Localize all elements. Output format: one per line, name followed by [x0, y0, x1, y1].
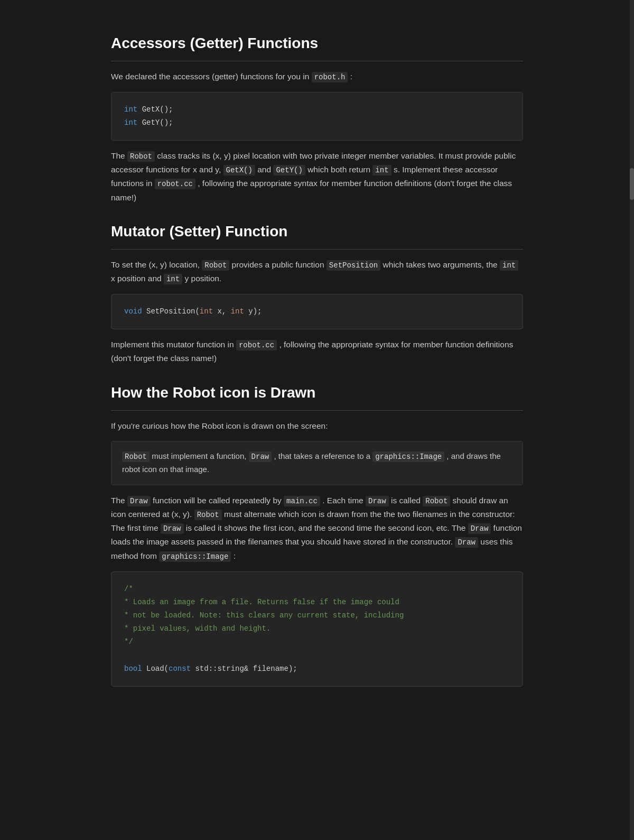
code-int-y: int — [164, 274, 182, 284]
code-int-ref: int — [372, 165, 391, 176]
code-robot-h: robot.h — [312, 72, 348, 82]
comment-text4: * pixel values, width and height. — [124, 624, 271, 633]
para-draw-desc: The Draw function will be called repeate… — [111, 494, 523, 562]
code-line: int GetX(); — [124, 103, 510, 116]
code-draw-ref3: Draw — [161, 523, 184, 534]
code-gety: GetY(); — [142, 118, 173, 127]
code-line: int GetY(); — [124, 116, 510, 130]
code-load-param: std::string& filename); — [191, 664, 297, 673]
code-robot-infobox: Robot — [122, 451, 150, 462]
code-load-fn: Load( — [146, 664, 169, 673]
para-accessor-desc: The Robot class tracks its (x, y) pixel … — [111, 149, 523, 204]
heading-accessors: Accessors (Getter) Functions — [111, 32, 523, 61]
code-robot-draw: Robot — [423, 496, 450, 506]
code-line-comment3: * not be loaded. Note: this clears any c… — [124, 609, 510, 622]
keyword-int-param1: int — [200, 307, 213, 316]
code-draw-ref1: Draw — [127, 496, 151, 506]
section-draw: How the Robot icon is Drawn If you're cu… — [111, 381, 523, 687]
keyword-int-param2: int — [231, 307, 244, 316]
code-getx: GetX(); — [142, 105, 173, 114]
code-int-x: int — [500, 260, 518, 271]
code-maincc: main.cc — [284, 496, 320, 506]
code-block-load: /* * Loads an image from a file. Returns… — [111, 571, 523, 687]
code-draw-ref2: Draw — [366, 496, 389, 506]
main-content: Accessors (Getter) Functions We declared… — [79, 0, 555, 727]
code-line-setpos: void SetPosition(int x, int y); — [124, 305, 510, 318]
code-block-getters: int GetX(); int GetY(); — [111, 92, 523, 141]
scrollbar-track[interactable] — [630, 0, 634, 840]
code-block-setposition: void SetPosition(int x, int y); — [111, 294, 523, 329]
para-mutator-intro: To set the (x, y) location, Robot provid… — [111, 258, 523, 285]
code-robot-class: Robot — [127, 151, 155, 162]
section-mutator: Mutator (Setter) Function To set the (x,… — [111, 220, 523, 365]
keyword-bool: bool — [124, 664, 142, 673]
keyword-int2: int — [124, 118, 137, 127]
keyword-const: const — [169, 664, 191, 673]
comment-text2: * Loads an image from a file. Returns fa… — [124, 598, 399, 606]
code-line-load: bool Load(const std::string& filename); — [124, 662, 510, 676]
section-accessors: Accessors (Getter) Functions We declared… — [111, 32, 523, 204]
code-y-param: y); — [244, 307, 262, 316]
keyword-int: int — [124, 105, 137, 114]
code-draw-ref5: Draw — [455, 537, 478, 548]
para-draw-intro: If you're curious how the Robot icon is … — [111, 419, 523, 433]
comment-text3: * not be loaded. Note: this clears any c… — [124, 611, 404, 620]
code-line-blank — [124, 649, 510, 662]
code-line-comment4: * pixel values, width and height. — [124, 622, 510, 635]
info-box-draw: Robot must implement a function, Draw , … — [111, 441, 523, 485]
code-robotcc-mutator: robot.cc — [236, 340, 277, 350]
code-robot-alt: Robot — [194, 510, 222, 520]
heading-mutator: Mutator (Setter) Function — [111, 220, 523, 250]
code-setposition: SetPosition — [327, 260, 380, 271]
code-draw-fn: Draw — [249, 451, 272, 462]
comment-text5: */ — [124, 638, 133, 646]
code-getx-ref: GetX() — [223, 165, 255, 176]
code-line-comment5: */ — [124, 635, 510, 649]
code-line-comment1: /* — [124, 583, 510, 596]
comment-text1: /* — [124, 585, 133, 593]
code-draw-ref4: Draw — [468, 523, 491, 534]
para-mutator-impl: Implement this mutator function in robot… — [111, 338, 523, 365]
code-setpos-fn: SetPosition( — [146, 307, 200, 316]
code-graphics-image: graphics::Image — [372, 451, 444, 462]
scrollbar-thumb[interactable] — [630, 168, 634, 200]
keyword-void: void — [124, 307, 142, 316]
code-gety-ref: GetY() — [273, 165, 305, 176]
heading-draw: How the Robot icon is Drawn — [111, 381, 523, 411]
code-robot-mutator: Robot — [202, 260, 229, 271]
code-line-comment2: * Loads an image from a file. Returns fa… — [124, 596, 510, 609]
para-accessor-intro: We declared the accessors (getter) funct… — [111, 70, 523, 84]
code-robotcc-ref: robot.cc — [155, 179, 195, 189]
code-x-param: x, — [213, 307, 231, 316]
code-graphics-image2: graphics::Image — [159, 551, 231, 562]
